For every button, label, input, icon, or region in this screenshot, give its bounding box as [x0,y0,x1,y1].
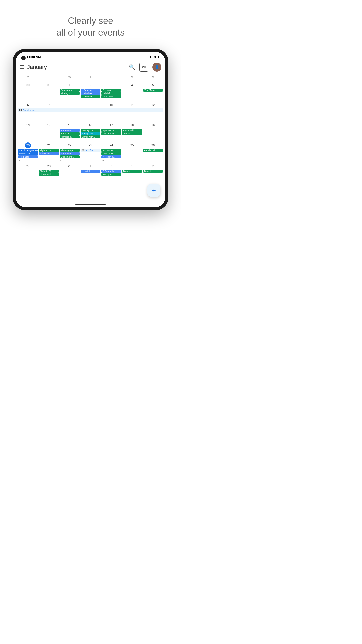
day-cell-19[interactable]: 19 [143,121,163,141]
day-cell-4[interactable]: 4 [122,81,143,101]
day-header-T: T [38,75,59,80]
calendar-event[interactable]: Design revi... [101,132,121,135]
calendar-event[interactable]: 🔲Out of o... [81,149,101,152]
day-cell-24[interactable]: 24Pick up ne...Meet Janic...✓Reach o....… [101,141,122,162]
day-number: 20 [25,142,31,148]
day-cell-13[interactable]: 13 [18,121,38,141]
day-cell-5[interactable]: 5Visit Micha... [143,81,163,101]
calendar-event[interactable]: Meet Janic... [101,152,121,155]
day-number: 30 [87,163,94,169]
day-cell-15[interactable]: 15✓Prepare...Tom/LoriMarketing... [59,121,80,141]
calendar-event[interactable]: Project upd... [18,152,38,155]
day-cell-18[interactable]: 18Laura visiti...Tennis [122,121,143,141]
calendar-event[interactable]: Laura visiti... [122,129,142,132]
calendar-event[interactable]: Family visit... [143,149,163,152]
out-of-office-event[interactable]: 🔲Out of office [18,108,163,112]
more-events-indicator[interactable]: ... [60,159,80,161]
today-button[interactable]: 20 [139,63,148,72]
calendar-grid: 30311Breakfast w...Picking up...2✓Bring … [18,81,163,182]
calendar-event[interactable]: Tom/Lori [60,132,80,135]
calendar-event[interactable]: Picking up... [60,92,80,95]
calendar-event[interactable]: Breakfast w... [60,89,80,92]
more-events-indicator[interactable]: ... [39,155,59,158]
calendar-event[interactable]: Marketing... [60,135,80,138]
calendar-event[interactable]: ✓Bring te... [81,89,101,92]
calendar-event[interactable]: Presenting... [101,89,121,92]
day-cell-3[interactable]: 3Presenting...DebriefTeam dinne... [101,81,122,101]
calendar-event[interactable]: Dinner with... [81,135,101,138]
calendar-event[interactable]: Flight to Zü... [39,170,59,173]
more-events-indicator[interactable]: ... [18,159,38,161]
day-cell-25[interactable]: 25 [122,141,143,162]
day-cell-16[interactable]: 16Monthly me...Vintage clo...Dinner with… [80,121,101,141]
day-cell-30[interactable]: 30 [18,81,38,101]
calendar-event[interactable]: Debrief [101,92,121,95]
calendar-event[interactable]: Planning up... [60,149,80,152]
calendar-event[interactable]: ✓Prepare... [60,129,80,132]
calendar-event[interactable]: Team dinne... [101,95,121,98]
calendar-event[interactable]: Flight to Ba... [39,149,59,152]
calendar-event[interactable]: ✓Summar... [60,152,80,155]
hero-line1: Clearly see [56,15,125,27]
day-cell-2[interactable]: 2✓Bring te...✓FinalizeLunch with... [80,81,101,101]
day-cell-29[interactable]: 29 [59,162,80,182]
day-number: 7 [46,102,52,108]
week-row-4: 2728Flight to Zü...Dinner with...2930✓Up… [18,162,163,182]
day-number: 24 [108,142,114,148]
calendar-event[interactable]: ✓Finalize [18,155,38,158]
day-number: 10 [108,102,114,108]
hero-line2: all of your events [56,27,125,39]
day-cell-2[interactable]: 2Brunch [143,162,163,182]
calendar-event[interactable]: ✓Return la... [101,170,121,173]
day-headers: MTWTFSS [18,75,163,80]
menu-icon[interactable]: ☰ [20,64,24,70]
day-cell-20[interactable]: 20Zürich design daysProject upd...✓Final… [18,141,38,162]
calendar-event[interactable]: Vintage clo... [81,132,101,135]
day-cell-26[interactable]: 26Family visit... [143,141,163,162]
calendar-event[interactable]: ✓Update a... [81,170,101,173]
calendar-event[interactable]: Tennis [122,132,142,135]
day-number: 22 [67,142,73,148]
day-header-S: S [143,75,163,80]
day-cell-27[interactable]: 27 [18,162,38,182]
day-number: 2 [150,163,156,169]
calendar-event[interactable]: Lunch with... [81,95,101,98]
day-number: 17 [108,122,114,128]
day-header-S: S [122,75,143,80]
day-number: 11 [129,102,135,108]
day-cell-28[interactable]: 28Flight to Zü...Dinner with... [38,162,59,182]
calendar-event[interactable]: ✓Reach o... [101,155,121,158]
day-cell-31[interactable]: 31✓Return la...Family visi... [101,162,122,182]
day-header-W: W [59,75,80,80]
day-cell-31[interactable]: 31 [38,81,59,101]
day-cell-1[interactable]: 1Breakfast w...Picking up... [59,81,80,101]
calendar-event[interactable]: Monthly me... [81,129,101,132]
calendar-event[interactable]: Family visi... [101,173,121,176]
more-events-indicator[interactable]: ... [81,152,101,155]
day-cell-23[interactable]: 23🔲Out of o...... [80,141,101,162]
add-event-fab[interactable]: + [147,184,160,197]
calendar-event[interactable]: Dinner with... [39,173,59,176]
calendar-event[interactable]: Sync with v... [101,129,121,132]
more-events-indicator[interactable]: ... [101,159,121,161]
phone-screen: 11:58 AM ▼ ◀ ▮ ☰ January 🔍 20 👤 [16,52,165,207]
calendar-event[interactable]: ✓Finalize [81,92,101,95]
day-cell-17[interactable]: 17Sync with v...Design revi... [101,121,122,141]
day-cell-14[interactable]: 14 [38,121,59,141]
day-cell-21[interactable]: 21Flight to Ba...✓Prepare...... [38,141,59,162]
calendar-event[interactable]: Customer r... [60,155,80,158]
day-number: 6 [25,102,31,108]
day-cell-30[interactable]: 30✓Update a... [80,162,101,182]
battery-icon: ▮ [158,55,159,59]
avatar[interactable]: 👤 [152,63,161,72]
search-icon[interactable]: 🔍 [129,64,135,70]
calendar-event[interactable]: Brunch [143,170,163,173]
calendar-event[interactable]: Visit Micha... [143,89,163,92]
day-cell-22[interactable]: 22Planning up...✓Summar...Customer r....… [59,141,80,162]
day-cell-1[interactable]: 1Dinner [122,162,143,182]
calendar-event[interactable]: ✓Prepare... [39,152,59,155]
header-icons: 🔍 20 👤 [129,63,161,72]
calendar-event[interactable]: Dinner [122,170,142,173]
calendar-event[interactable]: Zürich design days [18,149,38,152]
calendar-event[interactable]: Pick up ne... [101,149,121,152]
